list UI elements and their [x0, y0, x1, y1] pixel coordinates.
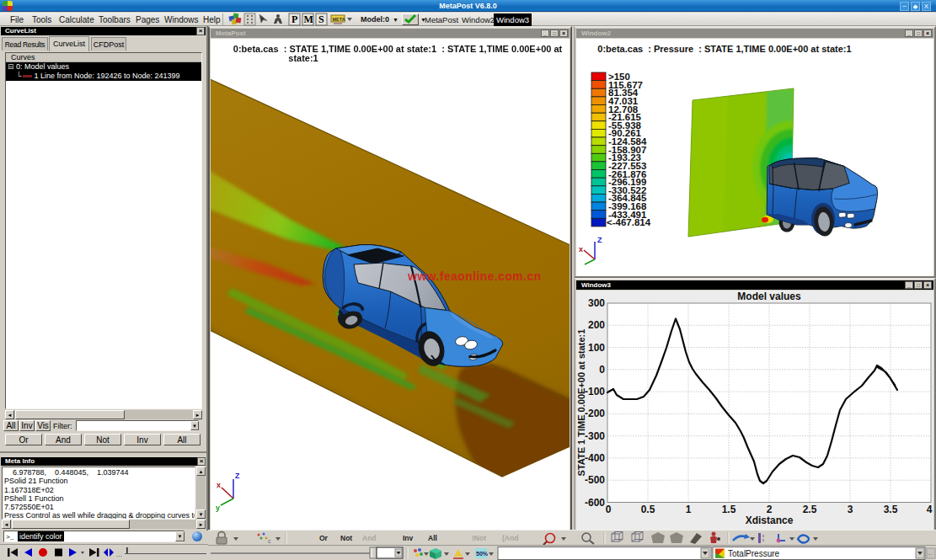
svg-text:M: M	[304, 13, 313, 25]
svg-text:c: c	[268, 538, 271, 544]
svg-text:...: ...	[116, 551, 122, 558]
svg-text:-100: -100	[585, 386, 605, 397]
svg-text:2: 2	[767, 504, 773, 515]
svg-text:<-467.814: <-467.814	[607, 217, 651, 227]
svg-text:!Not: !Not	[472, 534, 486, 542]
svg-text:-600: -600	[585, 497, 605, 509]
svg-text:META: META	[333, 17, 345, 22]
svg-text:Not: Not	[340, 534, 352, 542]
svg-text:state:1: state:1	[288, 53, 318, 63]
svg-text:0:beta.cas : Pressure : STAT: 0:beta.cas : Pressure : STATE 1,TIME 0.0…	[597, 44, 851, 54]
svg-text:-200: -200	[585, 408, 605, 419]
svg-text:S: S	[318, 13, 324, 25]
svg-text:Or: Or	[319, 534, 329, 542]
svg-text:3.5: 3.5	[884, 504, 898, 515]
svg-text:-300: -300	[585, 430, 605, 442]
svg-text:4: 4	[927, 504, 933, 515]
svg-text:2.5: 2.5	[803, 504, 817, 515]
svg-text:Xdistance: Xdistance	[746, 515, 794, 526]
svg-text:Z: Z	[597, 236, 602, 244]
svg-text:50%: 50%	[476, 551, 489, 557]
svg-text:Z: Z	[235, 472, 240, 480]
svg-text:0: 0	[606, 504, 612, 515]
svg-text:100: 100	[588, 342, 605, 354]
svg-text:x: x	[579, 245, 583, 253]
svg-text:(And: (And	[502, 534, 518, 542]
svg-text:-500: -500	[585, 474, 605, 486]
svg-text:200: 200	[588, 319, 605, 331]
svg-text:P: P	[291, 13, 297, 25]
svg-text:TotalPressure: TotalPressure	[728, 549, 780, 558]
svg-text:STATE 1 TIME 0.00E+00 at state: STATE 1 TIME 0.00E+00 at state:1	[576, 329, 586, 477]
svg-text:Model values: Model values	[737, 291, 801, 302]
svg-text:x: x	[217, 481, 221, 489]
svg-text:1: 1	[686, 504, 692, 515]
svg-text:www.feaonline.com.cn: www.feaonline.com.cn	[407, 269, 541, 283]
svg-text:y: y	[216, 504, 220, 512]
svg-text:0:beta.cas : STATE 1,TIME 0.0: 0:beta.cas : STATE 1,TIME 0.00E+00 at st…	[233, 44, 563, 54]
svg-text:0.5: 0.5	[641, 504, 655, 515]
svg-text:And: And	[362, 534, 377, 542]
svg-text:1.5: 1.5	[722, 504, 736, 515]
svg-text:3: 3	[848, 504, 853, 515]
svg-text:-400: -400	[585, 452, 605, 464]
svg-text:0: 0	[599, 364, 605, 376]
svg-text:300: 300	[588, 297, 605, 309]
svg-text:...: ...	[928, 550, 933, 556]
svg-text:Inv: Inv	[403, 534, 414, 542]
svg-text:All: All	[428, 534, 437, 542]
